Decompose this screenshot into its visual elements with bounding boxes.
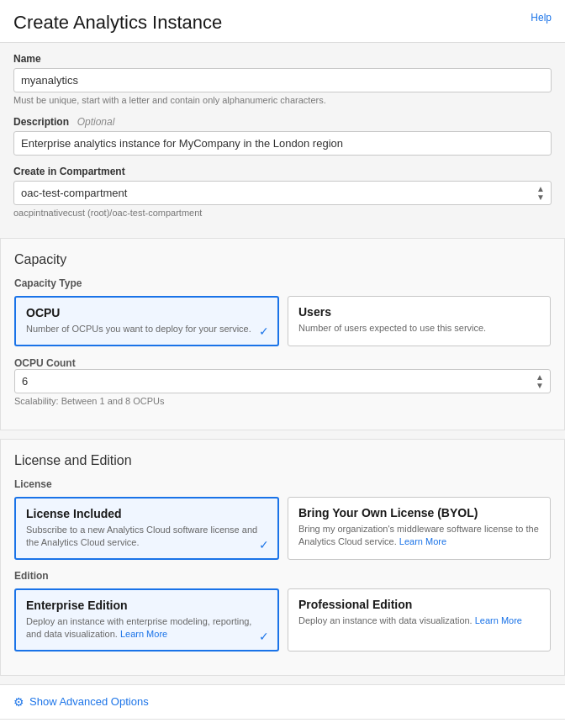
edition-label: Edition (14, 570, 551, 582)
ocpu-card[interactable]: OCPU Number of OCPUs you want to deploy … (14, 296, 279, 346)
users-card-title: Users (298, 305, 540, 319)
page-title: Create Analytics Instance (13, 12, 222, 34)
description-input[interactable] (13, 131, 552, 156)
enterprise-edition-desc: Deploy an instance with enterprise model… (26, 615, 267, 641)
professional-learn-more-link[interactable]: Learn More (475, 615, 522, 625)
license-title: License and Edition (14, 453, 551, 468)
ocpu-count-group: OCPU Count ▲▼ Scalability: Between 1 and… (14, 356, 551, 406)
compartment-breadcrumb: oacpintnativecust (root)/oac-test-compar… (13, 208, 552, 218)
advanced-options-row: ⚙ Show Advanced Options (0, 684, 565, 719)
ocpu-count-wrapper: ▲▼ (14, 369, 551, 393)
description-label: Description (13, 116, 69, 128)
enterprise-learn-more-link[interactable]: Learn More (120, 629, 167, 639)
enterprise-edition-title: Enterprise Edition (26, 599, 267, 612)
enterprise-edition-card[interactable]: Enterprise Edition Deploy an instance wi… (14, 588, 279, 652)
show-advanced-options-link[interactable]: Show Advanced Options (29, 695, 149, 708)
ocpu-check-icon: ✓ (259, 324, 269, 338)
help-link[interactable]: Help (531, 12, 552, 24)
compartment-select[interactable]: oac-test-compartment (13, 181, 552, 205)
license-included-desc: Subscribe to a new Analytics Cloud softw… (26, 524, 267, 550)
compartment-field-group: Create in Compartment oac-test-compartme… (13, 166, 552, 218)
capacity-type-cards: OCPU Number of OCPUs you want to deploy … (14, 296, 551, 346)
ocpu-card-title: OCPU (26, 306, 267, 319)
users-card[interactable]: Users Number of users expected to use th… (288, 296, 551, 346)
users-card-desc: Number of users expected to use this ser… (298, 322, 540, 335)
license-included-check-icon: ✓ (259, 538, 269, 551)
description-field-group: Description Optional (13, 115, 552, 156)
name-input[interactable] (13, 68, 552, 92)
footer-buttons: Create Cancel (0, 719, 565, 728)
ocpu-count-input[interactable] (14, 369, 551, 393)
byol-card[interactable]: Bring Your Own License (BYOL) Bring my o… (288, 497, 551, 560)
compartment-select-wrapper: oac-test-compartment ▲▼ (13, 181, 552, 205)
capacity-type-label: Capacity Type (14, 277, 551, 289)
byol-learn-more-link[interactable]: Learn More (399, 536, 446, 546)
description-optional: Optional (77, 116, 115, 128)
professional-edition-title: Professional Edition (298, 598, 540, 611)
professional-edition-card[interactable]: Professional Edition Deploy an instance … (288, 588, 551, 652)
license-included-card[interactable]: License Included Subscribe to a new Anal… (14, 497, 279, 560)
capacity-section: Capacity Capacity Type OCPU Number of OC… (0, 238, 565, 430)
professional-edition-desc: Deploy an instance with data visualizati… (298, 615, 540, 627)
license-included-title: License Included (26, 507, 267, 520)
edition-cards: Enterprise Edition Deploy an instance wi… (14, 588, 551, 652)
ocpu-card-desc: Number of OCPUs you want to deploy for y… (26, 323, 267, 335)
byol-desc: Bring my organization's middleware softw… (298, 523, 540, 549)
license-section: License and Edition License License Incl… (0, 439, 565, 676)
license-label: License (14, 478, 551, 490)
compartment-label: Create in Compartment (13, 166, 552, 177)
license-cards: License Included Subscribe to a new Anal… (14, 497, 551, 560)
gear-icon: ⚙ (13, 695, 24, 709)
name-field-group: Name Must be unique, start with a letter… (13, 53, 552, 105)
capacity-title: Capacity (14, 252, 551, 267)
ocpu-count-label: OCPU Count (14, 357, 76, 369)
name-label: Name (13, 53, 552, 65)
page-header: Create Analytics Instance Help (0, 0, 565, 43)
form-area: Name Must be unique, start with a letter… (0, 43, 565, 238)
name-hint: Must be unique, start with a letter and … (13, 95, 552, 105)
enterprise-check-icon: ✓ (259, 630, 269, 643)
ocpu-count-hint: Scalability: Between 1 and 8 OCPUs (14, 396, 551, 406)
byol-title: Bring Your Own License (BYOL) (298, 506, 540, 520)
